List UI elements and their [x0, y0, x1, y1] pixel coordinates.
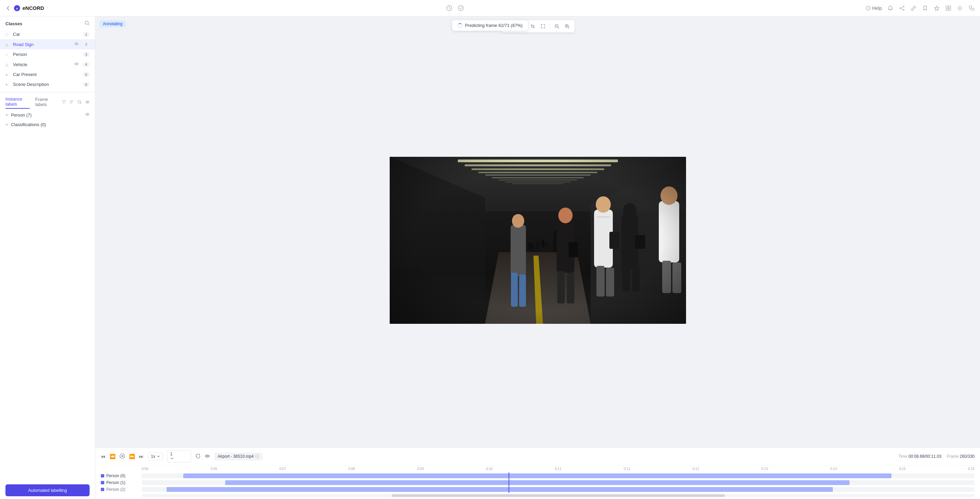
class-badge-road-sign: 2 [83, 42, 89, 47]
history-icon[interactable] [446, 5, 452, 11]
instance-eye-person[interactable] [85, 112, 89, 118]
timeline-scroll-handle[interactable] [392, 494, 725, 497]
track-area-person-1[interactable] [142, 480, 975, 485]
timestamp-8: 0:12 [692, 467, 699, 471]
track-segment-person-1 [225, 480, 850, 485]
tab-instance-labels[interactable]: Instance labels [5, 96, 30, 109]
class-badge-car-present: 5 [83, 72, 89, 77]
instance-eye-icon[interactable] [85, 99, 89, 106]
toolbar-separator-2 [550, 23, 550, 29]
track-area-person-0[interactable] [142, 473, 975, 478]
vehicle-visibility-icon[interactable] [74, 62, 79, 67]
class-badge-car: 1 [83, 32, 89, 37]
next-frame-button[interactable]: ⏩ [129, 454, 135, 459]
person-icon: ○ [5, 53, 10, 57]
predicting-toast: Predicting frame 62/71 (87%) [452, 20, 528, 31]
svg-point-3 [458, 5, 463, 11]
frame-display: 260/330 [960, 454, 975, 459]
sidebar-search-icon[interactable] [84, 21, 89, 27]
speed-value: 1x [151, 454, 155, 459]
track-name-person-2: Person (2) [106, 487, 125, 492]
track-segment-person-0 [183, 473, 891, 478]
timestamp-12: 0:15 [968, 467, 975, 471]
vehicle-icon: △ [5, 62, 10, 67]
timestamp-2: 0:07 [279, 467, 286, 471]
check-clock-icon[interactable] [458, 5, 464, 11]
svg-point-18 [87, 102, 88, 103]
speed-select[interactable]: 1x [148, 453, 163, 460]
back-button[interactable] [5, 5, 11, 11]
track-segment-person-2 [167, 487, 833, 492]
timestamp-7: 0:11 [624, 467, 630, 471]
crop-tool-button[interactable] [528, 21, 538, 31]
class-item-vehicle[interactable]: △ Vehicle 4 [0, 59, 95, 70]
timestamp-3: 0:08 [348, 467, 355, 471]
skip-back-button[interactable]: ⏮ [101, 454, 106, 459]
pen-icon[interactable] [910, 5, 916, 11]
class-item-road-sign[interactable]: △ Road Sign 2 [0, 39, 95, 49]
play-button[interactable] [119, 453, 125, 460]
skip-forward-button[interactable]: ⏭ [139, 454, 144, 459]
waveform-button[interactable] [205, 453, 210, 460]
svg-rect-12 [949, 8, 951, 11]
svg-rect-83 [390, 157, 686, 324]
video-canvas[interactable] [390, 157, 686, 324]
expand-tool-button[interactable] [538, 21, 548, 31]
star-icon[interactable] [934, 5, 940, 11]
classes-title: Classes [5, 21, 22, 26]
class-name-car: Car [13, 32, 80, 37]
instance-label-classifications: Classifications (0) [11, 122, 89, 127]
zoom-out-button[interactable] [552, 21, 562, 31]
share-icon[interactable] [899, 5, 905, 11]
grid-icon[interactable] [945, 5, 951, 11]
settings-icon[interactable] [957, 5, 963, 11]
frame-input-container [167, 450, 191, 462]
svg-rect-10 [949, 6, 951, 8]
timestamp-9: 0:13 [761, 467, 768, 471]
instance-item-classifications[interactable]: + Classifications (0) [0, 120, 95, 129]
class-item-person[interactable]: ○ Person 3 [0, 49, 95, 59]
class-item-car-present[interactable]: ≡ Car Present 5 [0, 70, 95, 80]
help-button[interactable]: ? Help [866, 5, 882, 11]
instance-add-classifications-icon[interactable]: + [5, 122, 8, 127]
timestamp-11: 0:15 [899, 467, 905, 471]
class-item-scene-description[interactable]: ≡ Scene Description 6 [0, 80, 95, 89]
class-name-car-present: Car Present [13, 72, 80, 77]
filter-icon[interactable] [62, 100, 66, 105]
classes-list: □ Car 1 △ Road Sign 2 ○ Person 3 △ Vehic… [0, 29, 95, 89]
bookmark-icon[interactable] [922, 5, 928, 11]
instance-search-icon[interactable] [77, 99, 82, 106]
road-sign-visibility-icon[interactable] [74, 41, 79, 47]
tab-frame-labels[interactable]: Frame labels [35, 97, 56, 108]
sort-icon[interactable] [70, 100, 74, 105]
class-item-car[interactable]: □ Car 1 [0, 29, 95, 39]
zoom-in-button[interactable] [562, 21, 572, 31]
main-layout: Classes □ Car 1 △ Road Sign 2 ○ P [0, 16, 980, 499]
bottom-controls: ⏮ ⏪ ⏩ ⏭ 1x [95, 447, 980, 499]
playback-bar: ⏮ ⏪ ⏩ ⏭ 1x [95, 448, 980, 466]
phone-icon[interactable] [969, 5, 975, 11]
timeline: 0:06 0:06 0:07 0:08 0:09 0:10 0:11 0:11 … [95, 466, 980, 499]
svg-point-6 [903, 6, 904, 7]
svg-rect-86 [123, 455, 123, 457]
app-logo: e eNCORD [14, 5, 44, 11]
class-badge-scene-description: 6 [83, 82, 89, 87]
frame-input[interactable] [170, 452, 188, 456]
instance-add-person-icon[interactable]: + [5, 112, 8, 118]
loop-button[interactable] [195, 453, 200, 460]
svg-point-14 [85, 21, 89, 24]
filename-text: Airport - 36510.mp4 [218, 454, 254, 459]
prev-frame-button[interactable]: ⏪ [110, 454, 116, 459]
timeline-scrollbar[interactable] [142, 494, 975, 497]
canvas-area: Annotating [95, 16, 980, 499]
class-badge-vehicle: 4 [83, 62, 89, 67]
loading-spinner [457, 23, 462, 28]
instance-item-person[interactable]: + Person (7) [0, 110, 95, 120]
annotating-badge: Annotating [99, 21, 126, 27]
track-area-person-2[interactable] [142, 487, 975, 492]
filename-badge: Airport - 36510.mp4 ⓘ [214, 453, 262, 461]
track-person-0: Person (0) [101, 472, 975, 479]
bell-icon[interactable] [887, 5, 894, 11]
automated-label-button[interactable]: Automated labelling [5, 484, 89, 496]
timestamp-10: 0:14 [830, 467, 837, 471]
